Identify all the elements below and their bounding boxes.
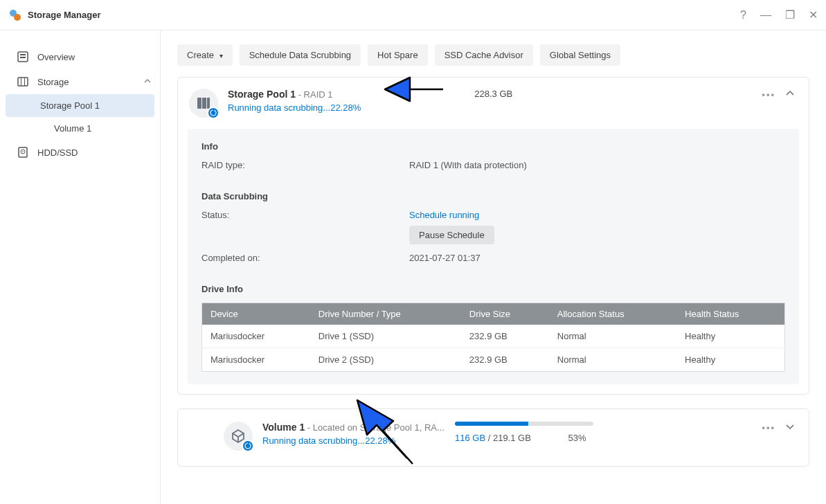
sidebar-label: Storage	[37, 77, 69, 87]
overview-icon	[17, 51, 29, 63]
cell-size: 232.9 GB	[461, 325, 549, 348]
main-panel: Create ▾ Schedule Data Scrubbing Hot Spa…	[161, 30, 826, 504]
hdd-icon	[17, 146, 29, 159]
sidebar-label: Overview	[37, 52, 75, 62]
app-title: Storage Manager	[28, 10, 740, 20]
drive-info-title: Drive Info	[201, 284, 785, 294]
ssd-cache-button[interactable]: SSD Cache Advisor	[435, 44, 533, 66]
status-value: Schedule running	[409, 210, 479, 220]
scrub-title: Data Scrubbing	[201, 191, 785, 201]
pause-schedule-button[interactable]: Pause Schedule	[409, 226, 494, 244]
volume-header: Volume 1 - Located on Storage Pool 1, RA…	[178, 409, 809, 466]
hot-spare-button[interactable]: Hot Spare	[368, 44, 428, 66]
pool-info-section: Info RAID type: RAID 1 (With data protec…	[188, 129, 799, 384]
pool-icon	[189, 89, 218, 118]
volume-card: Volume 1 - Located on Storage Pool 1, RA…	[177, 408, 809, 467]
global-settings-button[interactable]: Global Settings	[540, 44, 620, 66]
storage-pool-card: Storage Pool 1 - RAID 1 Running data scr…	[177, 77, 809, 395]
create-button[interactable]: Create ▾	[177, 44, 233, 66]
schedule-scrubbing-button[interactable]: Schedule Data Scrubbing	[240, 44, 361, 66]
help-icon[interactable]: ?	[740, 9, 746, 21]
table-row[interactable]: Mariusdocker Drive 1 (SSD) 232.9 GB Norm…	[202, 325, 785, 348]
volume-total: / 219.1 GB	[485, 433, 531, 443]
title-bar: Storage Manager ? — ❐ ✕	[0, 0, 826, 30]
cell-health: Healthy	[676, 348, 784, 372]
cell-alloc: Normal	[549, 325, 676, 348]
svg-rect-8	[19, 147, 27, 157]
svg-rect-12	[202, 98, 206, 109]
svg-rect-5	[18, 78, 28, 86]
sidebar-item-storage[interactable]: Storage	[0, 69, 160, 94]
raid-type-value: RAID 1 (With data protection)	[409, 160, 527, 170]
volume-progress-fill	[455, 422, 528, 426]
sync-badge-icon	[242, 440, 254, 452]
maximize-icon[interactable]: ❐	[785, 8, 795, 21]
svg-rect-11	[197, 98, 201, 109]
app-icon	[8, 8, 22, 22]
more-actions-button[interactable]: •••	[762, 89, 775, 100]
storage-pool-header: Storage Pool 1 - RAID 1 Running data scr…	[178, 78, 809, 129]
volume-pct: 53%	[568, 433, 586, 443]
volume-icon	[224, 422, 253, 451]
cell-health: Healthy	[676, 325, 784, 348]
svg-point-10	[22, 151, 24, 152]
svg-point-1	[14, 14, 21, 21]
sidebar: Overview Storage Storage Pool 1 Volume 1…	[0, 30, 161, 504]
cell-device: Mariusdocker	[202, 325, 310, 348]
sidebar-item-volume-1[interactable]: Volume 1	[6, 117, 154, 140]
more-actions-button[interactable]: •••	[762, 422, 775, 433]
svg-rect-3	[20, 54, 26, 55]
pool-title: Storage Pool 1	[228, 89, 296, 100]
toolbar: Create ▾ Schedule Data Scrubbing Hot Spa…	[177, 44, 809, 66]
drive-table: Device Drive Number / Type Drive Size Al…	[201, 303, 785, 372]
status-label: Status:	[201, 210, 409, 244]
sidebar-label: Storage Pool 1	[40, 100, 100, 111]
pool-status-link[interactable]: Running data scrubbing...22.28%	[228, 102, 361, 113]
sidebar-item-storage-pool-1[interactable]: Storage Pool 1	[6, 94, 154, 117]
caret-down-icon: ▾	[219, 52, 223, 60]
storage-icon	[17, 75, 29, 88]
sidebar-label: HDD/SSD	[37, 147, 78, 158]
table-row[interactable]: Mariusdocker Drive 2 (SSD) 232.9 GB Norm…	[202, 348, 785, 372]
col-device: Device	[202, 303, 310, 325]
pool-raid-type: - RAID 1	[296, 89, 332, 100]
cell-drive: Drive 2 (SSD)	[310, 348, 461, 372]
info-title: Info	[201, 141, 785, 152]
sidebar-item-overview[interactable]: Overview	[0, 44, 160, 69]
volume-progress-bar	[455, 422, 593, 426]
sidebar-item-hdd-ssd[interactable]: HDD/SSD	[0, 140, 160, 165]
volume-status-link[interactable]: Running data scrubbing...22.28%	[262, 435, 445, 446]
collapse-button[interactable]	[785, 89, 795, 100]
completed-value: 2021-07-27 01:37	[409, 253, 481, 263]
sync-badge-icon	[207, 107, 219, 119]
col-size: Drive Size	[461, 303, 549, 325]
sidebar-label: Volume 1	[54, 123, 91, 134]
cell-alloc: Normal	[549, 348, 676, 372]
volume-title: Volume 1	[262, 422, 305, 433]
chevron-up-icon	[143, 77, 152, 87]
col-alloc: Allocation Status	[549, 303, 676, 325]
cell-drive: Drive 1 (SSD)	[310, 325, 461, 348]
minimize-icon[interactable]: —	[760, 9, 771, 21]
completed-label: Completed on:	[201, 253, 409, 263]
cell-device: Mariusdocker	[202, 348, 310, 372]
volume-used: 116 GB	[455, 433, 485, 443]
col-health: Health Status	[676, 303, 784, 325]
window-controls: ? — ❐ ✕	[740, 8, 818, 21]
close-icon[interactable]: ✕	[809, 8, 818, 21]
raid-type-label: RAID type:	[201, 160, 409, 170]
cell-size: 232.9 GB	[461, 348, 549, 372]
pool-size: 228.3 GB	[474, 89, 512, 99]
col-drive: Drive Number / Type	[310, 303, 461, 325]
expand-button[interactable]	[785, 422, 795, 433]
svg-rect-4	[20, 57, 26, 58]
volume-location: - Located on Storage Pool 1, RA...	[305, 422, 445, 433]
